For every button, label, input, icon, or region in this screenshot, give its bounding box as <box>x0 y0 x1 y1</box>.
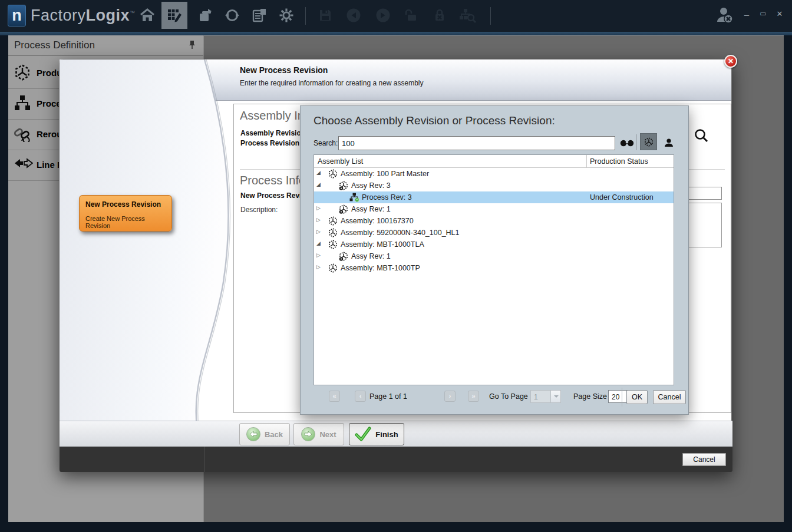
finish-button[interactable]: Finish <box>349 423 404 445</box>
chevron-down-icon <box>550 391 560 402</box>
goto-page-label: Go To Page <box>489 392 528 401</box>
user-logout-icon[interactable] <box>711 2 739 29</box>
assembly-icon <box>328 263 338 273</box>
save-icon[interactable] <box>312 2 338 29</box>
home-icon[interactable] <box>134 2 160 29</box>
pagination-bar: « ‹ Page 1 of 1 › » Go To Page 1 Page Si… <box>314 388 674 407</box>
ok-button[interactable]: OK <box>626 390 648 404</box>
process-rev-icon <box>349 193 359 202</box>
tree-row-label: Assembly: 100 Part Master <box>341 170 429 178</box>
toolbar-divider <box>490 7 491 25</box>
search-icon[interactable] <box>694 128 709 143</box>
toolbar-divider <box>305 7 306 25</box>
last-page-button[interactable]: » <box>468 391 479 402</box>
assembly-icon <box>328 240 338 249</box>
tree-row[interactable]: ◢Assy Rev: 3 <box>314 180 674 191</box>
back-icon[interactable] <box>341 2 367 29</box>
brand-name: FactoryLogix™ <box>31 6 136 25</box>
collapse-toggle-icon[interactable]: ◢ <box>316 170 324 176</box>
goto-page-select[interactable]: 1 <box>530 390 561 403</box>
next-button[interactable]: Next <box>293 423 344 445</box>
close-window-button[interactable]: ✕ <box>773 9 786 18</box>
callout-text: Create New Process Revision <box>85 215 171 229</box>
lock-cancel-icon[interactable] <box>427 2 453 29</box>
column-assembly-list[interactable]: Assembly List <box>318 157 363 166</box>
callout-title: New Process Revision <box>85 200 161 209</box>
process-info-heading: Process Infor <box>240 174 309 187</box>
wizard-step-callout: New Process Revision Create New Process … <box>79 195 172 232</box>
popup-cancel-button[interactable]: Cancel <box>653 390 686 404</box>
unlock-icon[interactable] <box>398 2 424 29</box>
assembly-cube-icon <box>14 64 31 81</box>
assy-rev-icon <box>339 204 348 214</box>
column-production-status[interactable]: Production Status <box>590 157 648 166</box>
dialog-cancel-button[interactable]: Cancel <box>682 453 726 466</box>
dialog-title: New Process Revision <box>240 65 328 75</box>
tree-row[interactable]: ▷Assy Rev: 1 <box>314 203 674 215</box>
logo-letter: n <box>12 6 22 24</box>
tree-row[interactable]: ▷Assembly: 5920000N-340_100_HL1 <box>314 227 674 239</box>
back-button[interactable]: Back <box>239 423 290 445</box>
org-chart-icon <box>14 95 31 111</box>
collapse-toggle-icon[interactable]: ◢ <box>316 240 324 246</box>
sync-arrows-icon[interactable] <box>219 2 245 29</box>
minimize-button[interactable]: – <box>740 9 753 19</box>
production-status-value: Under Construction <box>590 193 654 201</box>
tree-row-label: Assembly: 100167370 <box>341 217 414 225</box>
chain-links-icon <box>14 125 32 142</box>
expand-toggle-icon[interactable]: ▷ <box>316 229 324 234</box>
page-indicator: Page 1 of 1 <box>369 392 407 401</box>
finish-check-icon <box>355 427 371 442</box>
tree-row[interactable]: ▷Assembly: MBT-1000TP <box>314 262 674 274</box>
binoculars-icon[interactable] <box>620 138 634 147</box>
dialog-close-button[interactable]: ✕ <box>724 55 737 68</box>
back-arrow-icon <box>246 427 260 441</box>
tree-row-label: Assembly: MBT-1000TLA <box>341 240 424 249</box>
person-filter-toggle[interactable] <box>661 135 676 150</box>
process-revision-label: Process Revision <box>240 139 299 147</box>
prev-page-button[interactable]: ‹ <box>355 391 366 402</box>
process-definition-tab-icon[interactable] <box>161 2 187 29</box>
assembly-list: Assembly List Production Status ◢Assembl… <box>314 154 674 385</box>
dialog-header: New Process Revision Enter the required … <box>204 60 731 101</box>
expand-toggle-icon[interactable]: ▷ <box>316 217 324 223</box>
collapse-toggle-icon[interactable]: ◢ <box>316 181 324 187</box>
expand-toggle-icon[interactable]: ▷ <box>316 252 324 258</box>
assy-rev-icon <box>339 181 348 190</box>
tree-row[interactable]: ▷Assy Rev: 1 <box>314 250 674 262</box>
forward-icon[interactable] <box>370 2 396 29</box>
import-stack-icon[interactable] <box>192 2 218 29</box>
wizard-side-pane <box>60 60 248 447</box>
choose-revision-popup: Choose Assembly Revision or Process Revi… <box>300 105 689 415</box>
app-logo: n <box>8 5 26 27</box>
pagebar-divider <box>622 388 622 407</box>
tree-row[interactable]: ▷Assembly: 100167370 <box>314 215 674 227</box>
expand-toggle-icon[interactable]: ▷ <box>316 264 324 270</box>
list-header: Assembly List Production Status <box>314 155 674 168</box>
line-arrows-icon <box>14 156 33 170</box>
tree-row-label: Process Rev: 3 <box>362 193 412 201</box>
assembly-icon <box>328 228 338 237</box>
tree-row-label: Assy Rev: 1 <box>351 252 391 260</box>
titlebar: n FactoryLogix™ – ▭ ✕ <box>0 0 792 32</box>
maximize-button[interactable]: ▭ <box>757 9 770 18</box>
tree-row[interactable]: ◢Assembly: 100 Part Master <box>314 168 674 180</box>
sidebar-title: Process Definition <box>14 39 95 51</box>
search-input[interactable] <box>338 136 615 150</box>
report-window-icon[interactable] <box>246 2 272 29</box>
tree-row[interactable]: ◢Assembly: MBT-1000TLA <box>314 239 674 250</box>
strip-divider <box>204 447 204 472</box>
column-divider[interactable] <box>586 155 587 168</box>
tree-row[interactable]: Process Rev: 3Under Construction <box>314 191 674 203</box>
settings-gear-icon[interactable] <box>273 2 299 29</box>
new-process-rev-label: New Process Revi <box>240 191 301 200</box>
search-divider <box>636 134 637 150</box>
tree-row-label: Assy Rev: 1 <box>351 205 391 213</box>
first-page-button[interactable]: « <box>329 391 340 402</box>
tree-row-label: Assy Rev: 3 <box>351 181 391 190</box>
pin-icon[interactable] <box>188 40 196 49</box>
next-page-button[interactable]: › <box>444 391 456 402</box>
expand-toggle-icon[interactable]: ▷ <box>316 205 324 211</box>
assembly-search-icon[interactable] <box>455 2 481 29</box>
assembly-filter-toggle[interactable] <box>640 133 657 150</box>
